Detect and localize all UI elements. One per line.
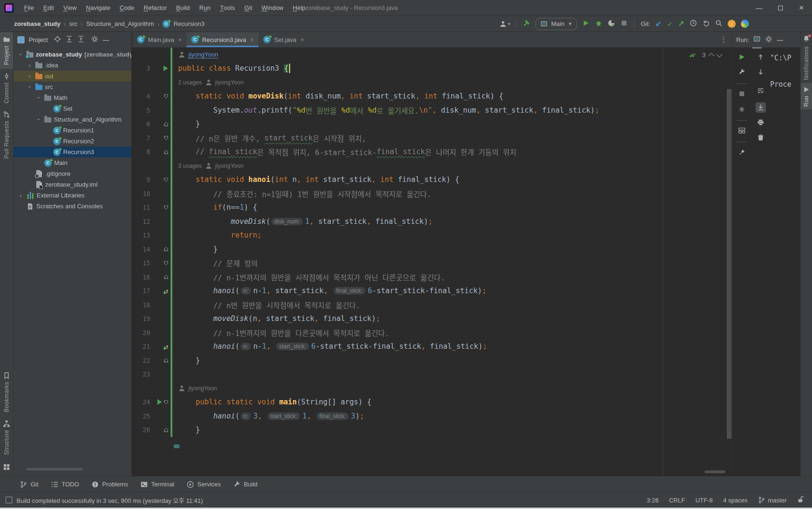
- tree-row[interactable]: ›Math: [14, 92, 131, 103]
- build-project-button[interactable]: [523, 19, 530, 28]
- hide-run-panel-button[interactable]: —: [777, 36, 783, 43]
- rollback-button[interactable]: [702, 19, 710, 28]
- fold-region-end-icon[interactable]: [164, 247, 168, 251]
- hide-panel-button[interactable]: —: [103, 36, 109, 43]
- project-panel-title[interactable]: Project: [29, 36, 48, 43]
- fold-region-start-icon[interactable]: [164, 261, 168, 265]
- fold-region-start-icon[interactable]: [164, 136, 168, 140]
- collapse-all-button[interactable]: [77, 35, 85, 44]
- tree-row[interactable]: Scratches and Consoles: [14, 201, 131, 212]
- usages-inlay[interactable]: jiyongYoon: [188, 385, 217, 392]
- history-button[interactable]: [690, 19, 697, 28]
- tree-row[interactable]: ›Structure_and_Algorithm: [14, 114, 131, 125]
- tree-row[interactable]: ›out: [14, 71, 131, 82]
- stop-process-button[interactable]: [738, 90, 746, 99]
- locate-file-button[interactable]: [54, 35, 61, 44]
- tree-chevron-icon[interactable]: ›: [35, 95, 42, 101]
- edit-configuration-button[interactable]: [738, 68, 746, 77]
- menu-item-run[interactable]: Run: [195, 0, 215, 16]
- menu-item-navigate[interactable]: Navigate: [81, 0, 115, 16]
- menu-item-build[interactable]: Build: [171, 0, 195, 16]
- tree-row[interactable]: .gitignore: [14, 168, 131, 179]
- tree-row[interactable]: zerobase_study.iml: [14, 179, 131, 190]
- editor-horizontal-scrollbar[interactable]: [705, 470, 725, 473]
- run-tab-icon[interactable]: [753, 35, 761, 44]
- run-console-output[interactable]: "C:\P Proce: [770, 48, 800, 476]
- scroll-to-end-button[interactable]: [755, 102, 766, 113]
- tree-row[interactable]: CMain: [14, 157, 131, 168]
- tree-row[interactable]: CRecursion2: [14, 136, 131, 147]
- menu-item-file[interactable]: File: [19, 0, 39, 16]
- breadcrumb-item[interactable]: src: [69, 20, 77, 27]
- usages-inlay[interactable]: 2 usages: [178, 79, 202, 86]
- tree-chevron-icon[interactable]: ›: [17, 51, 24, 58]
- fold-region-end-icon[interactable]: [164, 428, 168, 432]
- next-problem-button[interactable]: [716, 51, 723, 57]
- menu-item-code[interactable]: Code: [115, 0, 139, 16]
- tab-close-icon[interactable]: ×: [179, 36, 182, 43]
- project-horizontal-scrollbar[interactable]: [26, 468, 83, 470]
- git-push-button[interactable]: ↗: [678, 19, 684, 28]
- search-everywhere-button[interactable]: [715, 19, 723, 28]
- pin-tab-button[interactable]: [738, 148, 746, 157]
- soft-wrap-button[interactable]: [757, 87, 764, 96]
- usages-inlay[interactable]: jiyongYoon: [215, 79, 244, 86]
- minimize-button[interactable]: —: [748, 0, 770, 16]
- tree-chevron-icon[interactable]: ›: [26, 62, 33, 69]
- breadcrumb-item[interactable]: Recursion3: [173, 20, 204, 27]
- breadcrumb-item[interactable]: zorebase_study: [14, 20, 60, 27]
- profiler-button[interactable]: [608, 19, 615, 28]
- run-configuration-select[interactable]: Main ▼: [536, 18, 577, 30]
- menu-item-view[interactable]: View: [58, 0, 81, 16]
- code-editor[interactable]: jiyongYoon3public class Recursion3 { 2 u…: [132, 48, 732, 476]
- stripe-tab-bookmarks[interactable]: Bookmarks: [0, 368, 13, 416]
- close-button[interactable]: ×: [791, 0, 812, 16]
- fold-region-end-icon[interactable]: [164, 122, 168, 126]
- editor-vertical-scrollbar[interactable]: [727, 89, 731, 439]
- print-button[interactable]: [757, 119, 764, 128]
- fold-region-start-icon[interactable]: [164, 178, 168, 182]
- tree-row[interactable]: ›src: [14, 82, 131, 92]
- toolwindow-button-build[interactable]: Build: [233, 481, 258, 488]
- stripe-tab-commit[interactable]: Commit: [0, 69, 13, 107]
- restart-debug-button[interactable]: [738, 105, 746, 114]
- toolwindow-button-problems[interactable]: Problems: [91, 481, 128, 488]
- tree-row[interactable]: CSet: [14, 103, 131, 114]
- git-branch-widget[interactable]: master: [758, 496, 787, 504]
- rerun-button[interactable]: [738, 53, 746, 62]
- tree-chevron-icon[interactable]: ›: [17, 192, 24, 199]
- stripe-tab-pull-requests[interactable]: Pull Requests: [0, 107, 13, 163]
- inspections-widget[interactable]: ✓✓ 3: [689, 51, 722, 58]
- stop-button[interactable]: [620, 19, 628, 28]
- breadcrumb-item[interactable]: Structure_and_Algorithm: [86, 20, 154, 27]
- down-stack-trace-button[interactable]: [757, 68, 764, 77]
- menu-item-edit[interactable]: Edit: [39, 0, 58, 16]
- readonly-toggle[interactable]: [797, 496, 804, 505]
- author-code-vision-link[interactable]: jiyongYoon: [188, 51, 218, 58]
- fold-region-start-icon[interactable]: [164, 94, 168, 99]
- fold-region-end-icon[interactable]: [164, 275, 168, 279]
- profile-button[interactable]: ▾: [499, 20, 510, 28]
- tab-list-more-icon[interactable]: ⋮: [720, 32, 727, 47]
- menu-item-git[interactable]: Git: [240, 0, 257, 16]
- tree-chevron-icon[interactable]: ›: [26, 73, 33, 80]
- panel-settings-button[interactable]: [91, 35, 98, 44]
- caret-position[interactable]: 3:26: [647, 497, 658, 504]
- tree-row[interactable]: CRecursion3: [14, 147, 131, 157]
- fold-region-end-icon[interactable]: [164, 358, 168, 362]
- clear-all-button[interactable]: [757, 134, 764, 143]
- tab-close-icon[interactable]: ×: [300, 36, 304, 43]
- fold-region-start-icon[interactable]: [164, 205, 168, 210]
- tree-row[interactable]: CRecursion1: [14, 125, 131, 136]
- editor-tab-recursion3-java[interactable]: CRecursion3.java×: [187, 32, 259, 47]
- debug-button[interactable]: [595, 19, 602, 28]
- tree-chevron-icon[interactable]: ›: [35, 116, 42, 123]
- tree-row[interactable]: ›zorebase_study [zerobase_study]: [14, 49, 131, 60]
- editor-tab-main-java[interactable]: CMain.java×: [132, 32, 187, 47]
- toolwindow-button-terminal[interactable]: Terminal: [140, 481, 174, 488]
- stripe-tab-project[interactable]: Project: [0, 32, 13, 69]
- layout-settings-button[interactable]: [738, 127, 746, 136]
- menu-item-window[interactable]: Window: [257, 0, 288, 16]
- run-panel-settings-button[interactable]: [765, 35, 772, 44]
- run-button[interactable]: [582, 19, 590, 28]
